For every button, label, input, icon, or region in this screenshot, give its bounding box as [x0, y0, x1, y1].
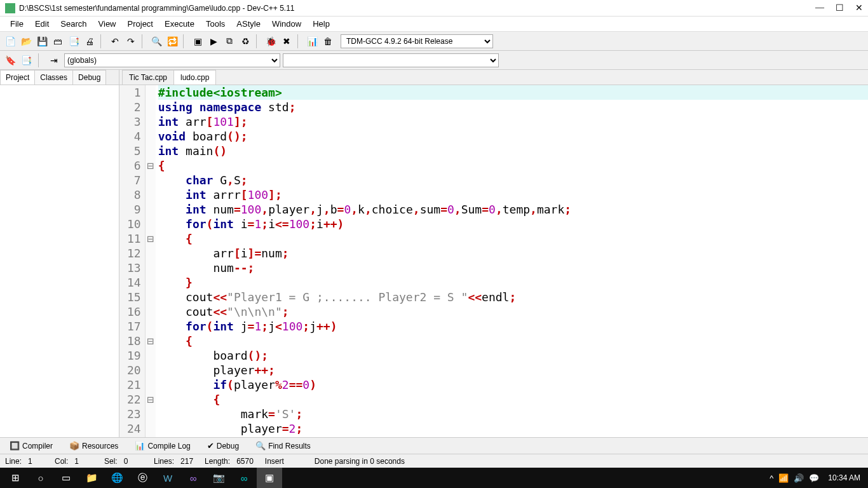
- cortana-icon[interactable]: ○: [28, 468, 53, 488]
- save-all-icon[interactable]: 🗃: [50, 34, 65, 49]
- bottom-tab-compile-log[interactable]: 📊Compile Log: [129, 439, 196, 452]
- menu-execute[interactable]: Execute: [159, 18, 200, 30]
- line-number-gutter: 123456789101112131415161718192021222324: [119, 85, 146, 437]
- menu-astyle[interactable]: AStyle: [231, 18, 266, 30]
- replace-icon[interactable]: 🔁: [165, 34, 180, 49]
- editor-area: Tic Tac.cpp ludo.cpp 1234567891011121314…: [119, 70, 868, 437]
- app-icon: [5, 3, 15, 13]
- status-length: Length: 6570: [205, 457, 254, 466]
- toolbar-separator: [183, 34, 187, 48]
- toolbar-separator: [100, 34, 104, 48]
- task-view-icon[interactable]: ▭: [53, 468, 79, 488]
- compiler-select[interactable]: TDM-GCC 4.9.2 64-bit Release: [341, 34, 493, 48]
- bottom-tab-debug[interactable]: ✔Debug: [201, 439, 245, 452]
- maximize-button[interactable]: ☐: [836, 3, 844, 13]
- system-tray[interactable]: ^ 📶 🔊 💬: [766, 473, 823, 483]
- start-button[interactable]: ⊞: [3, 468, 28, 488]
- sidebar-tab-debug[interactable]: Debug: [72, 70, 106, 85]
- arduino-icon[interactable]: ∞: [231, 468, 257, 488]
- minimize-button[interactable]: —: [815, 3, 824, 13]
- status-mode: Insert: [265, 457, 303, 466]
- new-file-icon[interactable]: 📄: [3, 34, 18, 49]
- undo-icon[interactable]: ↶: [107, 34, 123, 49]
- bottom-panel: 🔲Compiler 📦Resources 📊Compile Log ✔Debug…: [0, 437, 868, 454]
- vs-icon[interactable]: ∞: [180, 468, 206, 488]
- globals-select[interactable]: (globals): [64, 53, 280, 67]
- find-results-icon: 🔍: [255, 441, 266, 451]
- titlebar: D:\BSCS\1st semester\fundamental program…: [0, 0, 868, 17]
- goto-line-icon[interactable]: ⇥: [46, 53, 62, 68]
- file-tab-tictac[interactable]: Tic Tac.cpp: [122, 70, 174, 85]
- word-icon[interactable]: W: [155, 468, 180, 488]
- notifications-icon[interactable]: 💬: [809, 473, 819, 483]
- menu-edit[interactable]: Edit: [30, 18, 54, 30]
- volume-icon[interactable]: 🔊: [794, 473, 804, 483]
- statusbar: Line: 1 Col: 1 Sel: 0 Lines: 217 Length:…: [0, 454, 868, 468]
- redo-icon[interactable]: ↷: [123, 34, 139, 49]
- bottom-tab-resources[interactable]: 📦Resources: [64, 439, 124, 452]
- main-toolbar: 📄 📂 💾 🗃 📑 🖨 ↶ ↷ 🔍 🔁 ▣ ▶ ⧉ ♻ 🐞 ✖ 📊 🗑 TDM-…: [0, 32, 868, 51]
- toolbar-separator: [256, 34, 260, 48]
- devcpp-taskbar-icon[interactable]: ▣: [257, 468, 282, 488]
- windows-taskbar: ⊞ ○ ▭ 📁 🌐 ⓔ W ∞ 📷 ∞ ▣ ^ 📶 🔊 💬 10:34 AM: [0, 468, 868, 488]
- edge-icon[interactable]: ⓔ: [130, 468, 155, 488]
- goto-bookmark-icon[interactable]: 🔖: [3, 53, 18, 68]
- sidebar-tab-project[interactable]: Project: [0, 70, 35, 85]
- toolbar-separator: [142, 34, 146, 48]
- sidebar: Project Classes Debug: [0, 70, 119, 437]
- menu-project[interactable]: Project: [123, 18, 158, 30]
- bottom-tab-compiler[interactable]: 🔲Compiler: [4, 439, 58, 452]
- close-file-icon[interactable]: 📑: [66, 34, 81, 49]
- sidebar-content: [0, 85, 119, 437]
- compiler-icon: 🔲: [10, 441, 20, 451]
- profile-icon[interactable]: 📊: [304, 34, 320, 49]
- toolbar-separator: [297, 34, 301, 48]
- find-icon[interactable]: 🔍: [149, 34, 164, 49]
- camera-icon[interactable]: 📷: [206, 468, 231, 488]
- print-icon[interactable]: 🖨: [82, 34, 97, 49]
- stop-icon[interactable]: ✖: [279, 34, 294, 49]
- save-icon[interactable]: 💾: [34, 34, 50, 49]
- menu-search[interactable]: Search: [55, 18, 92, 30]
- compile-icon[interactable]: ▣: [190, 34, 205, 49]
- wifi-icon[interactable]: 📶: [778, 473, 789, 483]
- rebuild-icon[interactable]: ♻: [238, 34, 253, 49]
- taskbar-clock[interactable]: 10:34 AM: [823, 473, 865, 482]
- main-area: Project Classes Debug Tic Tac.cpp ludo.c…: [0, 70, 868, 437]
- navigation-toolbar: 🔖 📑 ⇥ (globals): [0, 51, 868, 70]
- run-icon[interactable]: ▶: [206, 34, 221, 49]
- sidebar-tab-classes[interactable]: Classes: [34, 70, 73, 85]
- file-tab-ludo[interactable]: ludo.cpp: [173, 70, 216, 85]
- debug-icon[interactable]: 🐞: [263, 34, 278, 49]
- debug-tab-icon: ✔: [207, 441, 214, 451]
- status-sel: Sel: 0: [104, 457, 142, 466]
- functions-select[interactable]: [283, 53, 499, 67]
- window-controls: — ☐ ✕: [815, 3, 863, 13]
- status-lines: Lines: 217: [154, 457, 193, 466]
- file-explorer-icon[interactable]: 📁: [79, 468, 104, 488]
- menu-view[interactable]: View: [93, 18, 121, 30]
- compile-run-icon[interactable]: ⧉: [222, 34, 237, 49]
- menubar: File Edit Search View Project Execute To…: [0, 17, 868, 32]
- menu-window[interactable]: Window: [267, 18, 306, 30]
- sidebar-tabs: Project Classes Debug: [0, 70, 119, 85]
- fold-column[interactable]: ⊟⊟⊟⊟: [146, 85, 156, 437]
- status-col: Col: 1: [55, 457, 93, 466]
- menu-tools[interactable]: Tools: [201, 18, 230, 30]
- toolbar-separator: [38, 53, 42, 67]
- status-parse: Done parsing in 0 seconds: [315, 457, 863, 466]
- delete-profile-icon[interactable]: 🗑: [320, 34, 336, 49]
- toggle-bookmark-icon[interactable]: 📑: [18, 53, 34, 68]
- close-button[interactable]: ✕: [855, 3, 863, 13]
- menu-help[interactable]: Help: [308, 18, 335, 30]
- chrome-icon[interactable]: 🌐: [104, 468, 130, 488]
- tray-up-icon[interactable]: ^: [770, 473, 773, 483]
- open-file-icon[interactable]: 📂: [18, 34, 34, 49]
- code-editor[interactable]: 123456789101112131415161718192021222324 …: [119, 85, 868, 437]
- menu-file[interactable]: File: [5, 18, 29, 30]
- window-title: D:\BSCS\1st semester\fundamental program…: [19, 4, 815, 13]
- code-content[interactable]: #include<iostream>using namespace std;in…: [156, 85, 868, 437]
- file-tabs: Tic Tac.cpp ludo.cpp: [119, 70, 868, 85]
- bottom-tab-find-results[interactable]: 🔍Find Results: [250, 439, 316, 452]
- resources-icon: 📦: [69, 441, 79, 451]
